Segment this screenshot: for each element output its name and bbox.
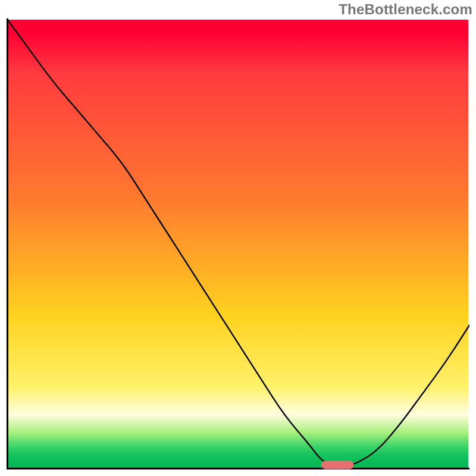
chart-background-gradient [8, 20, 468, 468]
chart-frame [7, 18, 469, 469]
watermark-text: TheBottleneck.com [339, 1, 472, 18]
x-axis [7, 468, 469, 469]
y-axis [7, 18, 8, 469]
